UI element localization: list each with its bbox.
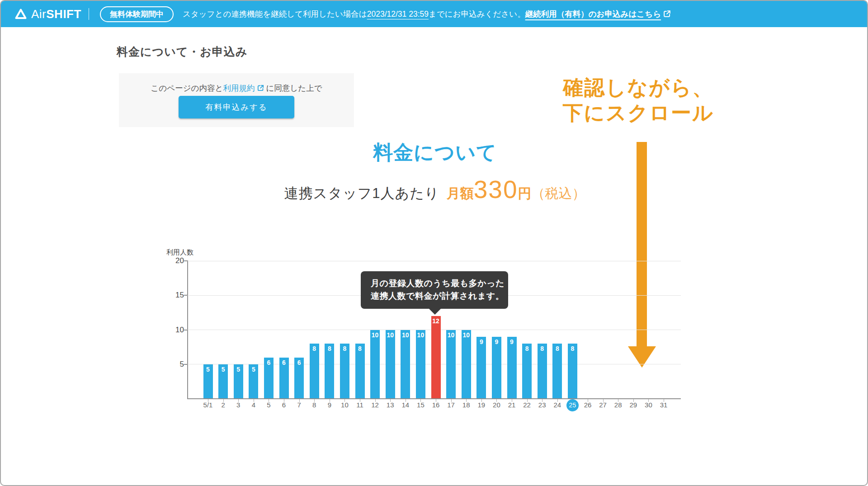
- bar-day-13[interactable]: 10: [386, 330, 395, 399]
- y-tick-label-15: 15: [157, 291, 184, 300]
- bar-day-25[interactable]: 8: [568, 344, 577, 398]
- price-value: 330: [474, 175, 518, 203]
- scroll-hint-text: 確認しながら、 下にスクロール: [525, 75, 751, 126]
- bar-value-label: 8: [552, 344, 562, 352]
- bar-day-15[interactable]: 10: [416, 330, 425, 399]
- price-prefix: 月額: [447, 186, 474, 201]
- x-label-day: 24: [548, 401, 566, 409]
- bar-value-label: 9: [476, 337, 486, 345]
- bar-day-12[interactable]: 10: [370, 330, 380, 399]
- gridline-20: [188, 261, 681, 261]
- agreement-text: このページの内容と利用規約に同意した上で: [119, 83, 354, 94]
- bar-value-label: 5: [234, 364, 243, 373]
- bar-value-label: 5: [249, 364, 258, 373]
- price-currency: 円: [518, 186, 532, 201]
- bar-day-11[interactable]: 8: [355, 344, 365, 398]
- bar-value-label: 8: [325, 344, 334, 352]
- bar-value-label: 10: [446, 330, 456, 339]
- y-axis-tick-15: [184, 295, 188, 296]
- airshift-logo: AirSHIFT: [14, 7, 81, 21]
- y-tick-label-10: 10: [157, 326, 184, 335]
- brand-shift: SHIFT: [46, 7, 81, 21]
- bar-value-label: 5: [203, 364, 213, 373]
- bar-value-label: 10: [416, 330, 425, 339]
- bar-day-5/1[interactable]: 5: [203, 364, 213, 398]
- price-unit-text: 連携スタッフ1人あたり: [284, 185, 439, 201]
- bar-value-label: 12: [431, 316, 441, 325]
- airshift-logo-icon: [14, 8, 27, 20]
- bar-value-label: 6: [264, 358, 274, 366]
- scroll-down-arrow: [637, 142, 647, 347]
- bar-value-label: 9: [492, 337, 501, 345]
- chart-tooltip-line1: 月の登録人数のうち最も多かった: [371, 277, 508, 290]
- banner-message: スタッフとの連携機能を継続して利用したい場合は2023/12/31 23:59ま…: [183, 9, 671, 19]
- bar-value-label: 10: [401, 330, 410, 339]
- external-link-icon: [663, 9, 671, 18]
- bar-day-20[interactable]: 9: [492, 337, 501, 398]
- bar-highlight-day-16[interactable]: 12: [431, 316, 441, 398]
- bar-value-label: 8: [310, 344, 319, 352]
- bar-day-23[interactable]: 8: [538, 344, 547, 398]
- bar-value-label: 8: [355, 344, 365, 352]
- bar-value-label: 10: [462, 330, 471, 339]
- airshift-pricing-page: AirSHIFT 無料体験期間中 スタッフとの連携機能を継続して利用したい場合は…: [0, 0, 868, 486]
- bar-value-label: 8: [568, 344, 577, 352]
- external-link-icon: [257, 84, 264, 92]
- pricing-section-title: 料金について: [299, 139, 571, 166]
- tooltip-pointer: [429, 308, 441, 315]
- bar-day-21[interactable]: 9: [507, 337, 517, 398]
- bar-value-label: 10: [370, 330, 380, 339]
- banner-message-suffix: までにお申込みください。: [429, 9, 525, 19]
- bar-value-label: 6: [294, 358, 304, 366]
- bar-day-24[interactable]: 8: [552, 344, 562, 398]
- paid-apply-button[interactable]: 有料申込みする: [179, 96, 294, 118]
- banner-message-prefix: スタッフとの連携機能を継続して利用したい場合は: [183, 9, 367, 19]
- terms-of-service-link[interactable]: 利用規約: [223, 84, 266, 93]
- y-axis-tick-20: [184, 260, 188, 261]
- paid-signup-link[interactable]: 継続利用（有料）のお申込みはこちら: [525, 9, 671, 19]
- price-line: 連携スタッフ1人あたり月額330円（税込）: [209, 177, 661, 202]
- x-label-selected-day: 25: [566, 399, 579, 411]
- scroll-hint-line2: 下にスクロール: [525, 100, 751, 126]
- tax-note: （税込）: [532, 186, 586, 201]
- header-divider: [89, 8, 89, 20]
- top-banner: AirSHIFT 無料体験期間中 スタッフとの連携機能を継続して利用したい場合は…: [1, 1, 867, 27]
- bar-day-4[interactable]: 5: [249, 364, 258, 398]
- bar-day-8[interactable]: 8: [310, 344, 319, 398]
- bar-day-5[interactable]: 6: [264, 358, 274, 399]
- y-tick-label-5: 5: [157, 360, 184, 369]
- scroll-hint-line1: 確認しながら、: [525, 75, 751, 100]
- bar-day-19[interactable]: 9: [476, 337, 486, 398]
- chart-tooltip: 月の登録人数のうち最も多かった 連携人数で料金が計算されます。: [361, 271, 508, 309]
- bar-day-3[interactable]: 5: [234, 364, 243, 398]
- trial-status-badge: 無料体験期間中: [100, 6, 174, 22]
- y-axis-tick-10: [184, 330, 188, 330]
- page-title: 料金について・お申込み: [117, 44, 248, 59]
- bar-day-2[interactable]: 5: [218, 364, 228, 398]
- bar-day-7[interactable]: 6: [294, 358, 304, 399]
- chart-tooltip-line2: 連携人数で料金が計算されます。: [371, 290, 508, 302]
- x-label-day: 31: [655, 401, 673, 409]
- y-tick-label-20: 20: [157, 256, 184, 265]
- bar-day-9[interactable]: 8: [325, 344, 334, 398]
- bar-day-17[interactable]: 10: [446, 330, 456, 399]
- bar-value-label: 6: [279, 358, 289, 366]
- bar-value-label: 5: [218, 364, 228, 373]
- bar-value-label: 8: [522, 344, 532, 352]
- y-axis-tick-5: [184, 364, 188, 365]
- bar-day-18[interactable]: 10: [462, 330, 471, 399]
- bar-value-label: 8: [340, 344, 349, 352]
- bar-day-14[interactable]: 10: [401, 330, 410, 399]
- agreement-box: このページの内容と利用規約に同意した上で 有料申込みする: [119, 73, 354, 127]
- brand-air: Air: [31, 7, 46, 21]
- chart-y-axis-title: 利用人数: [166, 248, 193, 257]
- bar-day-10[interactable]: 8: [340, 344, 349, 398]
- chart-x-axis-line: [187, 398, 681, 399]
- bar-value-label: 10: [386, 330, 395, 339]
- bar-day-6[interactable]: 6: [279, 358, 289, 399]
- deadline-text: 2023/12/31 23:59: [367, 9, 429, 19]
- bar-value-label: 8: [538, 344, 547, 352]
- bar-day-22[interactable]: 8: [522, 344, 532, 398]
- bar-value-label: 9: [507, 337, 517, 345]
